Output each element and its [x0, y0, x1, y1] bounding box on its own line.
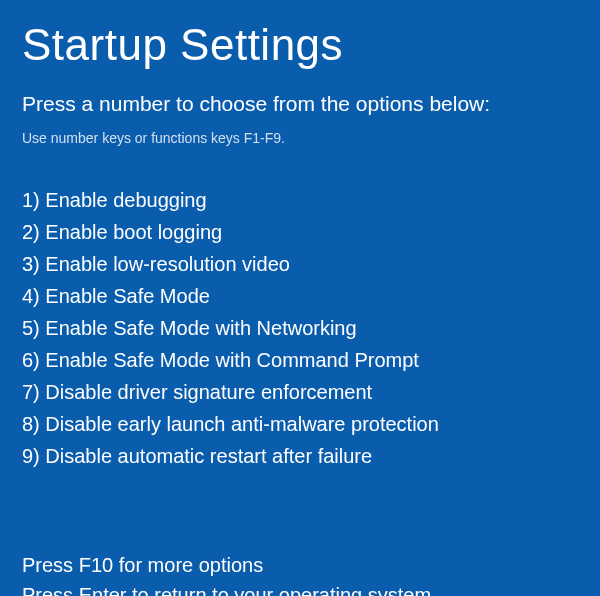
return-text: Press Enter to return to your operating …	[22, 580, 578, 596]
option-enable-boot-logging[interactable]: 2) Enable boot logging	[22, 216, 578, 248]
options-list: 1) Enable debugging 2) Enable boot loggi…	[22, 184, 578, 472]
hint-text: Use number keys or functions keys F1-F9.	[22, 130, 578, 146]
option-disable-driver-signature[interactable]: 7) Disable driver signature enforcement	[22, 376, 578, 408]
option-disable-anti-malware[interactable]: 8) Disable early launch anti-malware pro…	[22, 408, 578, 440]
option-enable-safe-mode-networking[interactable]: 5) Enable Safe Mode with Networking	[22, 312, 578, 344]
option-enable-safe-mode[interactable]: 4) Enable Safe Mode	[22, 280, 578, 312]
more-options-text: Press F10 for more options	[22, 550, 578, 580]
option-enable-safe-mode-command-prompt[interactable]: 6) Enable Safe Mode with Command Prompt	[22, 344, 578, 376]
page-title: Startup Settings	[22, 20, 578, 70]
option-enable-low-resolution-video[interactable]: 3) Enable low-resolution video	[22, 248, 578, 280]
instruction-text: Press a number to choose from the option…	[22, 92, 578, 116]
option-enable-debugging[interactable]: 1) Enable debugging	[22, 184, 578, 216]
option-disable-auto-restart[interactable]: 9) Disable automatic restart after failu…	[22, 440, 578, 472]
